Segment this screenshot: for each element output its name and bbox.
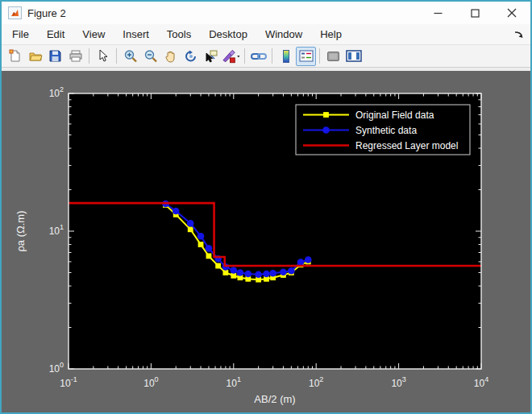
synthetic-data-marker [297, 259, 305, 266]
close-icon [507, 8, 517, 18]
figure-canvas: 10-1100101102103104100101102AB/2 (m)ρa (… [2, 71, 530, 412]
maximize-icon [471, 9, 480, 18]
menu-edit[interactable]: Edit [38, 25, 73, 43]
new-document-icon [8, 49, 22, 63]
minimize-button[interactable] [419, 2, 456, 24]
x-tick-label: 102 [309, 375, 323, 389]
dock-window-icon [346, 50, 362, 62]
x-tick-label: 103 [391, 375, 405, 389]
toolbar-separator [244, 48, 245, 64]
zoom-in-button[interactable] [120, 47, 140, 66]
synthetic-data-marker [197, 233, 205, 240]
legend-icon [299, 50, 314, 62]
original-field-data-marker [231, 273, 236, 279]
rotate-arrow-icon [184, 49, 198, 64]
plot-tools-off-icon [326, 51, 340, 62]
y-tick-label: 101 [49, 223, 64, 237]
legend-label-synthetic-data: Synthetic data [355, 125, 417, 136]
matlab-logo-icon [8, 6, 22, 19]
y-tick-label: 100 [49, 361, 64, 375]
chain-link-icon [251, 50, 267, 63]
brush-icon [222, 49, 240, 64]
synthetic-data-marker [288, 267, 295, 275]
y-axis-label: ρa (Ω.m) [15, 210, 27, 251]
toolbar-separator [319, 48, 320, 64]
edit-plot-button[interactable] [93, 47, 113, 66]
menu-desktop[interactable]: Desktop [200, 25, 256, 43]
synthetic-data-marker [206, 245, 213, 252]
legend-label-regressed-layer-model: Regressed Layer model [355, 140, 458, 151]
legend-original-field-data-marker [323, 112, 329, 118]
x-axis-label: AB/2 (m) [254, 393, 295, 405]
synthetic-data-marker [280, 268, 287, 275]
brush-data-button[interactable] [221, 47, 241, 66]
magnifier-minus-icon [143, 49, 158, 64]
zoom-out-button[interactable] [140, 47, 160, 66]
original-field-data-marker [215, 263, 221, 269]
menu-window[interactable]: Window [256, 25, 311, 43]
x-tick-label: 101 [227, 375, 241, 389]
new-figure-button[interactable] [5, 47, 25, 66]
open-folder-icon [28, 49, 43, 63]
window-title: Figure 2 [27, 7, 66, 19]
menu-tools[interactable]: Tools [158, 25, 200, 43]
synthetic-data-marker [255, 271, 262, 278]
menu-file[interactable]: File [2, 25, 38, 43]
insert-legend-button[interactable] [296, 47, 316, 66]
x-tick-label: 10-1 [60, 375, 77, 389]
figure-window: Figure 2 File Edit View Insert Tools Des… [0, 0, 532, 414]
menu-help[interactable]: Help [311, 25, 351, 43]
synthetic-data-marker [305, 256, 312, 263]
hand-icon [164, 49, 178, 64]
legend-synthetic-data-marker [322, 126, 330, 134]
colorbar-icon [281, 49, 292, 64]
synthetic-data-marker [237, 269, 244, 276]
menubar: File Edit View Insert Tools Desktop Wind… [2, 24, 530, 45]
figure-toolbar [2, 45, 530, 68]
synthetic-data-marker [231, 267, 238, 274]
synthetic-data-marker [245, 271, 252, 278]
legend[interactable]: Original Field dataSynthetic dataRegress… [296, 105, 470, 155]
link-plot-button[interactable] [248, 47, 268, 66]
synthetic-data-marker [269, 270, 276, 277]
menu-view[interactable]: View [73, 25, 114, 43]
maximize-button[interactable] [456, 2, 493, 24]
print-figure-button[interactable] [65, 47, 85, 66]
open-file-button[interactable] [25, 47, 45, 66]
legend-label-original-field-data: Original Field data [355, 110, 434, 121]
original-field-data-marker [198, 242, 204, 247]
minimize-icon [434, 9, 443, 18]
pan-button[interactable] [160, 47, 181, 66]
insert-colorbar-button[interactable] [276, 47, 296, 66]
printer-icon [69, 49, 83, 63]
ves-sounding-plot: 10-1100101102103104100101102AB/2 (m)ρa (… [2, 71, 530, 412]
synthetic-data-marker [172, 208, 180, 215]
arrow-cursor-icon [97, 49, 109, 63]
titlebar: Figure 2 [2, 2, 530, 24]
original-field-data-marker [206, 253, 212, 259]
save-figure-button[interactable] [45, 47, 65, 66]
y-tick-label: 102 [49, 85, 64, 99]
x-tick-label: 100 [143, 375, 158, 389]
close-button[interactable] [493, 2, 530, 24]
show-plot-tools-dock-button[interactable] [343, 47, 364, 66]
dock-figure-arrow-button[interactable] [514, 31, 530, 39]
dock-figure-arrow-icon [514, 31, 524, 39]
synthetic-data-marker [187, 220, 194, 227]
hide-plot-tools-button[interactable] [323, 47, 343, 66]
toolbar-separator [116, 48, 117, 64]
original-field-data-marker [188, 226, 193, 232]
data-cursor-button[interactable] [201, 47, 221, 66]
menu-insert[interactable]: Insert [114, 25, 158, 43]
x-tick-label: 104 [474, 375, 488, 389]
datatip-icon [204, 49, 218, 64]
toolbar-separator [89, 48, 89, 64]
magnifier-plus-icon [123, 49, 138, 64]
synthetic-data-marker [263, 271, 270, 278]
floppy-disk-icon [48, 49, 62, 63]
toolbar-separator [272, 48, 272, 64]
rotate-3d-button[interactable] [181, 47, 201, 66]
original-field-data-marker [222, 270, 228, 275]
